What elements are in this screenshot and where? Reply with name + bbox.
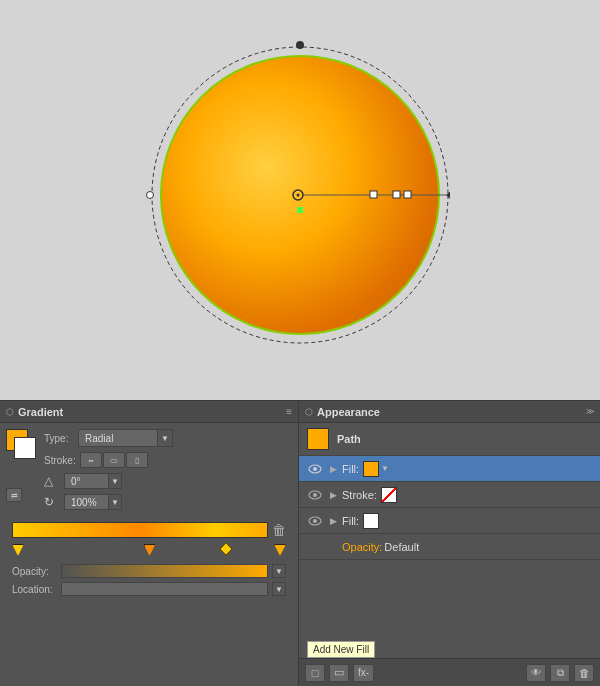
svg-rect-4 xyxy=(370,191,377,198)
gradient-swap-icon[interactable]: ⇄ xyxy=(6,488,22,502)
expand-arrow-1[interactable]: ▶ xyxy=(327,462,339,476)
opacity-row: Opacity: ▼ xyxy=(6,560,292,580)
eye-icon-2[interactable] xyxy=(307,514,323,528)
path-swatch[interactable] xyxy=(307,428,329,450)
svg-rect-5 xyxy=(393,191,400,198)
angle-dropdown-arrow[interactable]: ▼ xyxy=(108,473,122,489)
scale-dropdown-arrow[interactable]: ▼ xyxy=(108,494,122,510)
path-label: Path xyxy=(337,433,361,445)
gradient-panel-header: ⬡ Gradient ≡ xyxy=(0,401,298,423)
svg-point-11 xyxy=(313,493,317,497)
svg-point-2 xyxy=(297,194,300,197)
svg-rect-6 xyxy=(404,191,411,198)
scale-icon: ↻ xyxy=(44,495,60,509)
expand-arrow-stroke[interactable]: ▶ xyxy=(327,488,339,502)
type-value: Radial xyxy=(78,429,158,447)
gradient-stops xyxy=(12,540,286,556)
appearance-panel: ⬡ Appearance ≫ Path ▶ Fill: ▼ ▶ Stroke: xyxy=(298,400,600,686)
fill-label-1: Fill: xyxy=(342,463,359,475)
eye-visibility-button[interactable]: 👁 xyxy=(526,664,546,682)
appearance-panel-header: ⬡ Appearance ≫ xyxy=(299,401,600,423)
svg-point-9 xyxy=(313,467,317,471)
canvas-area xyxy=(0,0,600,400)
eye-icon-stroke[interactable] xyxy=(307,488,323,502)
scale-value[interactable]: 100% xyxy=(64,494,109,510)
gradient-bar-container: 🗑 xyxy=(12,522,286,556)
location-row: Location: ▼ xyxy=(6,580,292,598)
stroke-btn-1[interactable]: ▪▪ xyxy=(80,452,102,468)
circle-container xyxy=(150,45,450,345)
angle-value[interactable]: 0° xyxy=(64,473,109,489)
fill-label-2: Fill: xyxy=(342,515,359,527)
eye-icon-1[interactable] xyxy=(307,462,323,476)
appearance-panel-menu-icon[interactable]: ≫ xyxy=(586,407,594,416)
opacity-label-appearance: Opacity: xyxy=(342,541,382,553)
opacity-label: Opacity: xyxy=(12,566,57,577)
gradient-panel-title: Gradient xyxy=(18,406,63,418)
gradient-stop-diamond[interactable] xyxy=(219,542,233,556)
delete-stop-icon[interactable]: 🗑 xyxy=(272,522,286,538)
expand-arrow-2[interactable]: ▶ xyxy=(327,514,339,528)
stroke-buttons: ▪▪ ▭ ▯ xyxy=(80,452,148,468)
duplicate-button[interactable]: ⧉ xyxy=(550,664,570,682)
opacity-row-appearance: Opacity: Default xyxy=(299,534,600,560)
svg-point-13 xyxy=(313,519,317,523)
opacity-bar[interactable] xyxy=(61,564,268,578)
opacity-dropdown-arrow[interactable]: ▼ xyxy=(272,564,286,578)
gradient-stop-left[interactable] xyxy=(12,544,24,556)
stroke-label: Stroke: xyxy=(44,455,76,466)
angle-icon: △ xyxy=(44,474,60,488)
fill-row-1[interactable]: ▶ Fill: ▼ xyxy=(299,456,600,482)
add-new-stroke-button[interactable]: ▭ xyxy=(329,664,349,682)
panels-area: ⬡ Gradient ≡ ⇄ xyxy=(0,400,600,686)
stroke-swatch[interactable] xyxy=(381,487,397,503)
gradient-background-swatch[interactable] xyxy=(14,437,36,459)
add-new-fill-tooltip: Add New Fill xyxy=(307,641,375,658)
transform-line-svg xyxy=(150,45,450,345)
gradient-stop-middle[interactable] xyxy=(144,544,156,556)
gradient-bar[interactable] xyxy=(12,522,268,538)
location-bar[interactable] xyxy=(61,582,268,596)
fill-swatch-1[interactable] xyxy=(363,461,379,477)
stroke-btn-3[interactable]: ▯ xyxy=(126,452,148,468)
type-dropdown-arrow[interactable]: ▼ xyxy=(157,429,173,447)
path-row: Path xyxy=(299,423,600,456)
stroke-label-appearance: Stroke: xyxy=(342,489,377,501)
gradient-panel: ⬡ Gradient ≡ ⇄ xyxy=(0,400,298,686)
appearance-panel-collapse-icon[interactable]: ⬡ xyxy=(305,407,313,417)
gradient-panel-content: ⇄ Type: Radial ▼ Stroke: xyxy=(0,423,298,604)
fill-row-2[interactable]: ▶ Fill: xyxy=(299,508,600,534)
type-label: Type: xyxy=(44,433,74,444)
svg-rect-7 xyxy=(446,189,450,200)
appearance-toolbar: □ ▭ fx- 👁 ⧉ 🗑 xyxy=(299,658,600,686)
location-label: Location: xyxy=(12,584,57,595)
fill-swatch-2[interactable] xyxy=(363,513,379,529)
gradient-panel-collapse-icon[interactable]: ⬡ xyxy=(6,407,14,417)
gradient-stop-right[interactable] xyxy=(274,544,286,556)
appearance-panel-title: Appearance xyxy=(317,406,380,418)
fx-button[interactable]: fx- xyxy=(353,664,374,682)
opacity-value-appearance: Default xyxy=(384,541,419,553)
stroke-btn-2[interactable]: ▭ xyxy=(103,452,125,468)
stroke-row-appearance[interactable]: ▶ Stroke: xyxy=(299,482,600,508)
gradient-panel-menu-icon[interactable]: ≡ xyxy=(286,406,292,417)
gradient-center-dot xyxy=(297,207,303,213)
add-new-fill-button[interactable]: □ xyxy=(305,664,325,682)
fill-swatch-arrow-1[interactable]: ▼ xyxy=(381,464,389,473)
location-dropdown-arrow[interactable]: ▼ xyxy=(272,582,286,596)
delete-button[interactable]: 🗑 xyxy=(574,664,594,682)
